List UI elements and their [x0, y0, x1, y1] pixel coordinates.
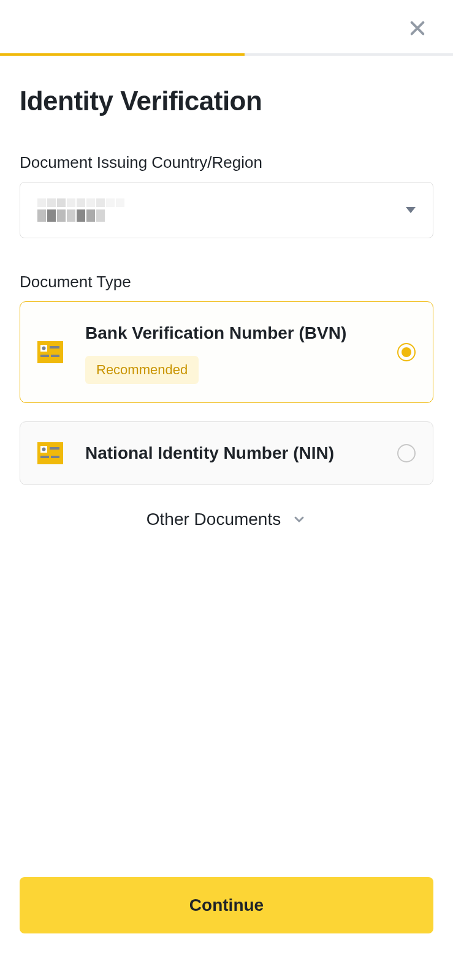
svg-rect-13: [51, 456, 59, 458]
id-card-icon: [37, 341, 63, 363]
id-card-icon: [37, 442, 63, 464]
svg-point-10: [42, 448, 46, 451]
document-option-bvn[interactable]: Bank Verification Number (BVN) Recommend…: [20, 301, 433, 403]
caret-down-icon: [406, 207, 416, 213]
radio-inner: [402, 347, 411, 357]
radio-nin[interactable]: [397, 444, 416, 462]
country-label: Document Issuing Country/Region: [20, 153, 433, 172]
page-title: Identity Verification: [20, 86, 433, 116]
progress-fill: [0, 53, 245, 56]
country-value-redacted: [37, 198, 124, 222]
svg-rect-6: [40, 355, 49, 357]
continue-button[interactable]: Continue: [20, 877, 433, 933]
recommended-badge: Recommended: [85, 356, 199, 384]
svg-point-4: [42, 347, 46, 350]
svg-rect-5: [50, 346, 59, 349]
radio-bvn[interactable]: [397, 343, 416, 361]
other-documents-toggle[interactable]: Other Documents: [20, 510, 433, 529]
document-type-label: Document Type: [20, 273, 433, 292]
svg-rect-11: [50, 447, 59, 450]
document-option-nin[interactable]: National Identity Number (NIN): [20, 421, 433, 485]
document-option-title: Bank Verification Number (BVN): [85, 320, 375, 346]
close-icon: [408, 18, 427, 38]
other-documents-label: Other Documents: [147, 510, 281, 529]
svg-rect-12: [40, 456, 49, 458]
close-button[interactable]: [406, 17, 428, 39]
svg-rect-2: [37, 341, 63, 363]
svg-rect-8: [37, 442, 63, 464]
document-option-title: National Identity Number (NIN): [85, 440, 375, 466]
svg-rect-7: [51, 355, 59, 357]
progress-bar: [0, 53, 453, 56]
chevron-down-icon: [292, 512, 306, 527]
country-select[interactable]: [20, 182, 433, 238]
